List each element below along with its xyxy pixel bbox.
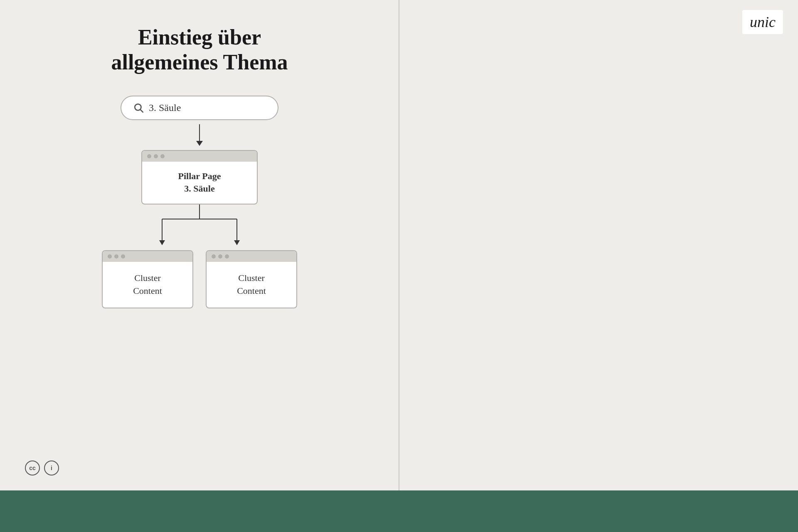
cluster-children: Cluster Content Cluster Content: [102, 250, 297, 308]
info-icon: i: [44, 461, 59, 475]
cc-icon: cc: [25, 461, 40, 475]
logo: unic: [742, 10, 783, 34]
dot3: [160, 154, 165, 158]
search-icon: [133, 102, 144, 113]
dot2: [114, 254, 118, 259]
cluster1-content: Cluster Content: [103, 262, 192, 308]
dot3: [121, 254, 125, 259]
left-search-text: 3. Säule: [149, 102, 181, 113]
dot1: [108, 254, 112, 259]
dot1: [147, 154, 151, 158]
dot3: [225, 254, 229, 259]
left-search-bar[interactable]: 3. Säule: [121, 96, 278, 120]
left-title: Einstieg über allgemeines Thema: [111, 25, 288, 75]
svg-marker-7: [234, 240, 240, 245]
dot2: [218, 254, 222, 259]
dot2: [154, 154, 158, 158]
dot1: [212, 254, 216, 259]
cluster-window-1: Cluster Content: [102, 250, 193, 308]
left-diagram: 3. Säule Pillar Page 3. Säule: [33, 96, 366, 308]
svg-line-1: [140, 110, 143, 112]
pillar-titlebar: [142, 151, 257, 162]
pillar-page-window: Pillar Page 3. Säule: [141, 150, 258, 205]
cc-icons: cc i: [25, 461, 59, 475]
cluster2-titlebar: [207, 251, 296, 262]
footer-bar: [0, 490, 798, 532]
cluster1-titlebar: [103, 251, 192, 262]
arrow-down-1: [196, 124, 203, 146]
left-column: Einstieg über allgemeines Thema 3. Säule: [0, 0, 399, 490]
cluster2-content: Cluster Content: [207, 262, 296, 308]
svg-marker-6: [159, 240, 165, 245]
cluster-window-2: Cluster Content: [206, 250, 297, 308]
pillar-page-content: Pillar Page 3. Säule: [142, 162, 257, 204]
branch-svg: [127, 204, 272, 250]
